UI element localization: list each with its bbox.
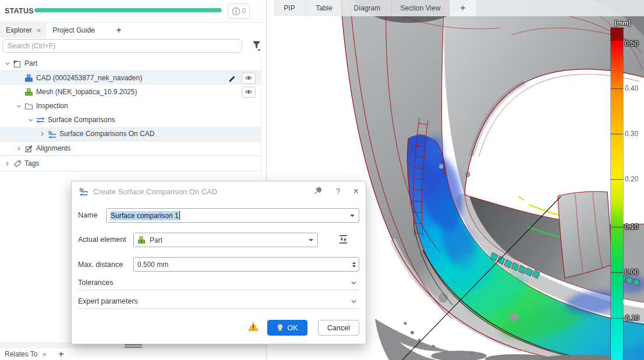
- mesh-icon: [23, 88, 34, 97]
- info-count-badge[interactable]: 0: [228, 3, 250, 19]
- pin-icon[interactable]: [313, 186, 323, 197]
- tree-item-part[interactable]: Part: [0, 56, 261, 70]
- tab-table[interactable]: Table: [306, 0, 343, 16]
- chevron-down-icon[interactable]: [309, 239, 313, 241]
- colorbar-label: 0.00: [625, 268, 644, 276]
- alignments-icon: [23, 144, 34, 153]
- close-icon[interactable]: ×: [37, 27, 41, 34]
- chevron-down-icon[interactable]: [350, 215, 355, 217]
- colorbar-overflow-block: [611, 28, 623, 41]
- tab-label: Project Guide: [52, 26, 95, 34]
- tree-item-label: Part: [24, 59, 37, 67]
- colorbar-label: 0.40: [625, 84, 644, 92]
- close-icon[interactable]: ×: [42, 351, 47, 358]
- ok-button[interactable]: OK: [267, 320, 307, 336]
- status-progress-fill: [34, 8, 222, 12]
- chevron-down-icon: [351, 298, 357, 305]
- colorbar-label: 0.10: [625, 223, 644, 231]
- cancel-label: Cancel: [327, 324, 350, 332]
- tab-label: Diagram: [354, 4, 380, 12]
- tree-item-surface-comparisons-on-cad[interactable]: Surface Comparisons On CAD: [0, 127, 261, 141]
- actual-element-select[interactable]: Part: [133, 233, 318, 247]
- filter-icon[interactable]: [252, 40, 262, 54]
- expert-parameters-section-header[interactable]: Expert parameters: [78, 294, 358, 309]
- search-row: [0, 38, 266, 56]
- tab-project-guide[interactable]: Project Guide: [47, 23, 101, 38]
- chevron-right-icon[interactable]: [2, 161, 12, 166]
- tab-relates-to[interactable]: Relates To ×: [0, 348, 51, 360]
- colorbar-tick: [611, 134, 623, 134]
- close-icon[interactable]: ×: [353, 186, 359, 197]
- tree-item-inspection[interactable]: Inspection: [0, 99, 261, 113]
- search-input[interactable]: [2, 39, 242, 53]
- chevron-right-icon[interactable]: [37, 131, 47, 137]
- folder-icon: [23, 102, 34, 111]
- tree-item-label: CAD (0002453877_nek_navaden): [36, 74, 142, 82]
- tree-item-cad[interactable]: CAD (0002453877_nek_navaden): [0, 70, 261, 85]
- status-progress-bar: [34, 8, 222, 12]
- tree-item-label: Tags: [24, 159, 39, 167]
- add-panel-tab-button[interactable]: +: [116, 24, 122, 36]
- info-count: 0: [242, 7, 246, 15]
- tree-item-label: Alignments: [36, 144, 70, 152]
- visibility-eye-button[interactable]: [242, 73, 256, 84]
- tab-pip[interactable]: PIP: [274, 0, 306, 16]
- status-label: STATUS: [5, 7, 34, 15]
- tab-section-view[interactable]: Section View: [392, 0, 450, 16]
- tree-item-surface-comparisons[interactable]: Surface Comparisons: [0, 113, 261, 127]
- colorbar-tick: [611, 272, 623, 273]
- section-label: Tolerances: [78, 279, 113, 287]
- tree-item-tags[interactable]: Tags: [0, 156, 261, 172]
- ok-label: OK: [287, 324, 298, 332]
- add-bottom-tab-button[interactable]: +: [58, 348, 64, 360]
- tab-label: Section View: [400, 4, 440, 12]
- surface-comparison-on-cad-icon: [79, 187, 89, 196]
- part-mesh-icon: [137, 236, 146, 244]
- pick-element-icon[interactable]: [338, 234, 349, 247]
- tab-label: Table: [316, 4, 332, 12]
- tab-label: Relates To: [5, 350, 37, 358]
- tree-item-label: Surface Comparisons On CAD: [59, 130, 154, 138]
- max-distance-field-label: Max. distance: [78, 261, 123, 269]
- edit-pencil-icon[interactable]: [228, 74, 237, 83]
- viewport-tab-strip: PIP Table Diagram Section View +: [274, 0, 644, 16]
- dialog-title-bar[interactable]: Create Surface Comparison On CAD ? ×: [72, 181, 366, 201]
- colorbar-tick: [611, 318, 623, 319]
- tree-item-label: Mesh (NEK_lopatica_10.9.2025): [36, 88, 137, 96]
- surface-comparison-on-cad-icon: [47, 130, 57, 138]
- actual-element-value: Part: [150, 236, 162, 244]
- name-field-label: Name: [78, 211, 97, 219]
- visibility-eye-button[interactable]: [242, 87, 256, 98]
- surface-comparisons-icon: [35, 116, 45, 124]
- help-button[interactable]: ?: [336, 187, 341, 196]
- tab-label: PIP: [284, 4, 295, 12]
- tab-diagram[interactable]: Diagram: [343, 0, 392, 16]
- cad-icon: [23, 74, 34, 83]
- tree-item-mesh[interactable]: Mesh (NEK_lopatica_10.9.2025): [0, 85, 261, 99]
- chevron-down-icon[interactable]: [26, 117, 35, 123]
- name-value: Surface comparison 1: [110, 211, 179, 220]
- colorbar-unit-label: [mm]: [615, 19, 631, 26]
- dialog-title: Create Surface Comparison On CAD: [93, 187, 300, 196]
- max-distance-value: 0.500 mm: [137, 261, 168, 269]
- add-view-tab-button[interactable]: +: [450, 0, 477, 16]
- create-surface-comparison-dialog: Create Surface Comparison On CAD ? × Nam…: [71, 181, 366, 344]
- tab-explorer[interactable]: Explorer ×: [0, 23, 47, 38]
- tree-item-label: Surface Comparisons: [48, 116, 115, 124]
- tree-item-alignments[interactable]: Alignments: [0, 141, 261, 156]
- tags-icon: [12, 159, 22, 168]
- tab-label: Explorer: [6, 26, 32, 34]
- cancel-button[interactable]: Cancel: [318, 320, 359, 336]
- max-distance-input[interactable]: 0.500 mm: [133, 257, 359, 272]
- chevron-down-icon[interactable]: [2, 61, 12, 66]
- spinner-stepper[interactable]: [352, 262, 356, 268]
- tolerances-section-header[interactable]: Tolerances: [78, 276, 358, 290]
- name-input[interactable]: Surface comparison 1: [106, 208, 359, 223]
- actual-element-field-label: Actual element: [78, 236, 126, 244]
- chevron-down-icon[interactable]: [14, 104, 23, 109]
- info-icon: [232, 7, 240, 16]
- eye-icon: [245, 88, 253, 96]
- tree-item-label: Inspection: [36, 102, 68, 110]
- colorbar-label: 0.50: [625, 40, 644, 48]
- chevron-right-icon[interactable]: [14, 146, 23, 151]
